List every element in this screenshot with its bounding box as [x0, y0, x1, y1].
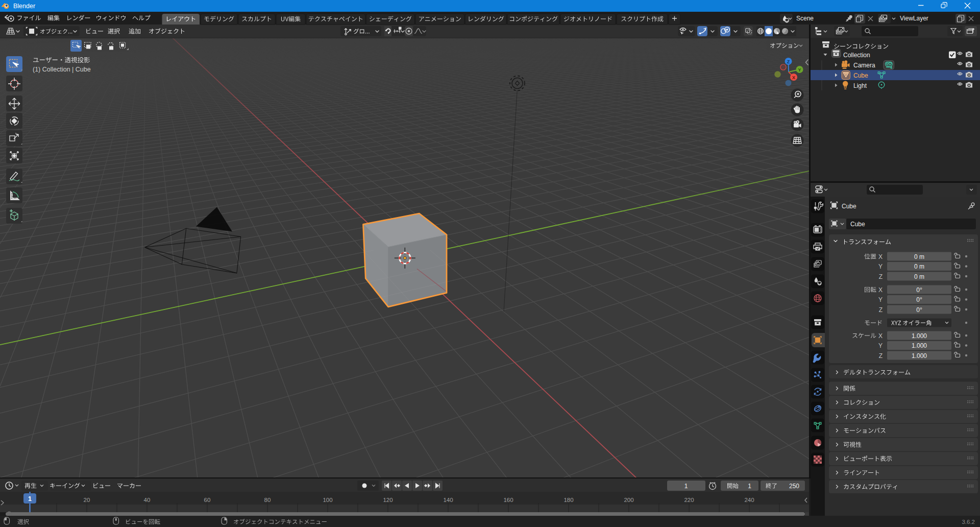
svg-text:250: 250	[789, 483, 799, 490]
svg-text:1.000: 1.000	[912, 332, 927, 340]
svg-text:0 m: 0 m	[914, 273, 924, 280]
svg-text:1.000: 1.000	[912, 352, 927, 360]
svg-text:Camera: Camera	[853, 62, 875, 69]
svg-text:3.6.2: 3.6.2	[962, 519, 975, 525]
svg-text:Cube: Cube	[850, 221, 865, 228]
svg-text:Y: Y	[798, 67, 801, 73]
svg-text:Blender: Blender	[13, 3, 35, 10]
svg-text:100: 100	[323, 497, 332, 503]
svg-text:Y: Y	[878, 342, 883, 349]
svg-text:ViewLayer: ViewLayer	[900, 15, 928, 22]
svg-text:(1) Collection | Cube: (1) Collection | Cube	[33, 66, 91, 73]
svg-text:X: X	[878, 332, 883, 340]
svg-text:1: 1	[28, 495, 32, 502]
svg-text:Z: Z	[879, 273, 883, 280]
svg-text:40: 40	[144, 497, 151, 503]
svg-text:160: 160	[503, 497, 513, 503]
svg-text:1: 1	[684, 483, 688, 490]
svg-text:Z: Z	[879, 352, 883, 360]
svg-text:80: 80	[264, 497, 271, 503]
svg-text:Collection: Collection	[843, 52, 870, 59]
svg-text:0°: 0°	[916, 306, 922, 314]
svg-text:Y: Y	[878, 263, 883, 270]
svg-text:0 m: 0 m	[914, 253, 924, 260]
svg-text:1: 1	[748, 483, 751, 490]
svg-text:0°: 0°	[916, 296, 922, 303]
svg-text:Z: Z	[787, 59, 790, 64]
svg-text:200: 200	[624, 497, 633, 503]
svg-text:180: 180	[564, 497, 573, 503]
svg-text:1.000: 1.000	[912, 342, 927, 349]
svg-text:Scene: Scene	[796, 15, 814, 22]
svg-text:Z: Z	[879, 306, 883, 314]
svg-text:240: 240	[744, 497, 754, 503]
svg-text:0 m: 0 m	[914, 263, 924, 270]
svg-text:X: X	[878, 253, 883, 260]
svg-text:20: 20	[84, 497, 90, 503]
svg-text:Cube: Cube	[842, 203, 856, 210]
svg-text:140: 140	[443, 497, 453, 503]
svg-text:Y: Y	[878, 296, 883, 303]
svg-text:X: X	[878, 286, 883, 294]
svg-text:Cube: Cube	[853, 72, 868, 79]
svg-text:Light: Light	[853, 82, 867, 89]
svg-text:220: 220	[684, 497, 694, 503]
svg-text:X: X	[792, 75, 795, 80]
svg-text:60: 60	[204, 497, 211, 503]
svg-text:0°: 0°	[916, 286, 922, 294]
svg-text:120: 120	[383, 497, 393, 503]
